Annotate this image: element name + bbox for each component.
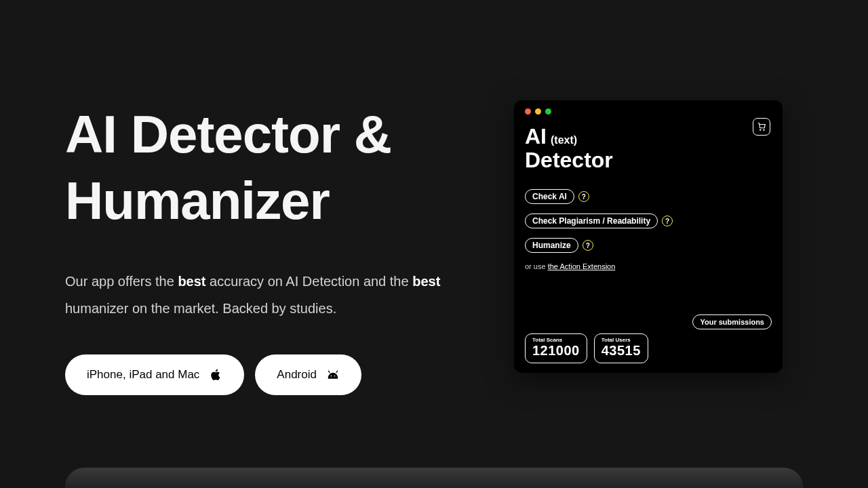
- android-button-label: Android: [277, 368, 317, 382]
- desc-bold: best: [178, 274, 205, 289]
- svg-point-1: [334, 375, 336, 377]
- android-icon: [326, 368, 340, 382]
- cart-icon: [757, 122, 766, 131]
- stats-row: Total Scans 121000 Total Users 43515: [525, 333, 648, 363]
- check-plagiarism-button[interactable]: Check Plagiarism / Readability: [525, 214, 658, 228]
- or-use-prefix: or use: [525, 262, 548, 270]
- window-traffic-lights: [525, 108, 772, 115]
- app-preview-window: AI (text) Detector Check AI ? Check Plag…: [514, 100, 783, 373]
- hero-description: Our app offers the best accuracy on AI D…: [65, 268, 472, 322]
- svg-point-0: [331, 375, 332, 377]
- android-download-button[interactable]: Android: [255, 354, 361, 395]
- your-submissions-button[interactable]: Your submissions: [692, 314, 772, 329]
- help-icon[interactable]: ?: [583, 240, 593, 251]
- svg-point-2: [760, 129, 761, 130]
- app-title-text-suffix: (text): [551, 134, 577, 146]
- hero-title: AI Detector & Humanizer: [65, 102, 472, 234]
- app-title-ai: AI: [525, 124, 547, 149]
- check-ai-button[interactable]: Check AI: [525, 189, 574, 204]
- desc-text: accuracy on AI Detection and the: [206, 274, 413, 289]
- desc-text: humanizer on the market. Backed by studi…: [65, 301, 336, 316]
- apple-download-button[interactable]: iPhone, iPad and Mac: [65, 354, 244, 395]
- close-window-icon[interactable]: [525, 108, 531, 115]
- action-extension-link[interactable]: the Action Extension: [548, 262, 616, 270]
- svg-point-3: [764, 129, 764, 130]
- apple-icon: [209, 368, 222, 382]
- total-users-stat: Total Users 43515: [594, 333, 648, 363]
- humanize-button[interactable]: Humanize: [525, 238, 578, 253]
- total-scans-stat: Total Scans 121000: [525, 333, 587, 363]
- desc-text: Our app offers the: [65, 274, 178, 289]
- apple-button-label: iPhone, iPad and Mac: [87, 368, 199, 382]
- or-use-text: or use the Action Extension: [525, 262, 772, 270]
- minimize-window-icon[interactable]: [535, 108, 541, 115]
- bottom-section-card: [65, 468, 803, 488]
- cta-row: iPhone, iPad and Mac Android: [65, 354, 472, 395]
- help-icon[interactable]: ?: [662, 216, 673, 226]
- maximize-window-icon[interactable]: [545, 108, 551, 115]
- total-users-label: Total Users: [601, 337, 641, 343]
- app-title-detector: Detector: [525, 148, 772, 173]
- help-icon[interactable]: ?: [578, 191, 589, 202]
- total-scans-value: 121000: [532, 343, 580, 359]
- cart-button[interactable]: [753, 118, 770, 136]
- total-users-value: 43515: [601, 343, 641, 359]
- desc-bold: best: [412, 274, 440, 289]
- total-scans-label: Total Scans: [532, 337, 580, 343]
